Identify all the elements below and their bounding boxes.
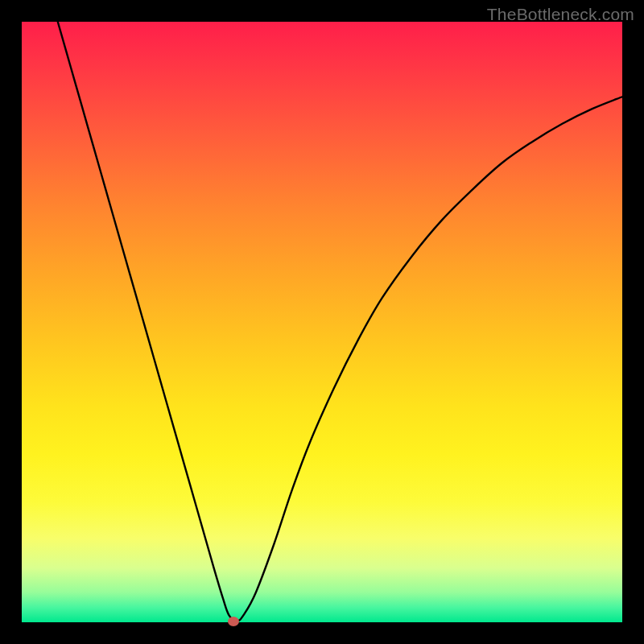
chart-frame: TheBottleneck.com	[0, 0, 644, 644]
minimum-marker	[228, 617, 239, 626]
plot-area	[22, 22, 622, 622]
watermark-text: TheBottleneck.com	[487, 5, 634, 24]
bottleneck-curve	[22, 22, 622, 622]
